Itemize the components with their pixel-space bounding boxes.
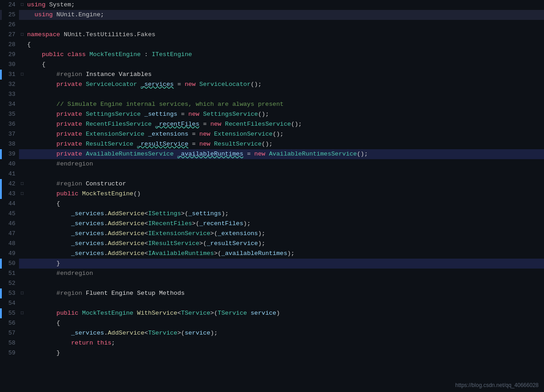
fold-35 [19, 109, 25, 119]
code-35: private SettingsService _settings = new … [25, 109, 544, 119]
code-36: private RecentFilesService _recentFiles … [25, 119, 544, 129]
line-num-29: 29 [2, 50, 19, 60]
code-41 [25, 169, 544, 179]
code-50: } [25, 259, 544, 269]
line-38: 38 private ResultService _resultService … [0, 139, 544, 149]
fold-32 [19, 80, 25, 90]
fold-40 [19, 159, 25, 169]
line-num-30: 30 [2, 60, 19, 70]
line-33: 33 [0, 90, 544, 99]
fold-42[interactable]: □ [19, 179, 25, 189]
line-num-24: 24 [2, 0, 19, 10]
fold-43[interactable]: □ [19, 189, 25, 199]
fold-26 [19, 20, 25, 30]
fold-44 [19, 199, 25, 209]
line-30: 30 { [0, 60, 544, 70]
line-num-35: 35 [2, 109, 19, 119]
fold-31[interactable]: □ [19, 70, 25, 80]
fold-48 [19, 239, 25, 249]
line-num-39: 39 [2, 149, 19, 159]
code-26 [25, 20, 544, 30]
code-39: private AvailableRuntimesService _availa… [25, 149, 544, 159]
line-num-54: 54 [2, 298, 19, 308]
code-48: _services.AddService<IResultService>(_re… [25, 239, 544, 249]
fold-57 [19, 328, 25, 338]
code-33 [25, 90, 544, 99]
code-40: #endregion [25, 159, 544, 169]
line-48: 48 _services.AddService<IResultService>(… [0, 239, 544, 249]
fold-37 [19, 129, 25, 139]
code-37: private ExtensionService _extensions = n… [25, 129, 544, 139]
code-editor: 24 □ using System; 25 using NUnit.Engine… [0, 0, 544, 392]
code-52 [25, 279, 544, 288]
line-45: 45 _services.AddService<ISettings>(_sett… [0, 209, 544, 219]
code-44: { [25, 199, 544, 209]
code-29: public class MockTestEngine : ITestEngin… [25, 50, 544, 60]
fold-53[interactable]: □ [19, 288, 25, 298]
code-lines: 24 □ using System; 25 using NUnit.Engine… [0, 0, 544, 392]
line-46: 46 _services.AddService<IRecentFiles>(_r… [0, 219, 544, 229]
fold-46 [19, 219, 25, 229]
code-42: #region Constructor [25, 179, 544, 189]
line-num-33: 33 [2, 90, 19, 99]
code-58: return this; [25, 338, 544, 348]
line-num-37: 37 [2, 129, 19, 139]
fold-51 [19, 269, 25, 279]
fold-24[interactable]: □ [19, 0, 25, 10]
line-51: 51 #endregion [0, 269, 544, 279]
watermark: https://blog.csdn.net/qq_40666028 [455, 382, 539, 388]
line-39: 39 private AvailableRuntimesService _ava… [0, 149, 544, 159]
code-32: private ServiceLocator _services = new S… [25, 80, 544, 90]
line-53: 53 □ #region Fluent Engine Setup Methods [0, 288, 544, 298]
code-47: _services.AddService<IExtensionService>(… [25, 229, 544, 239]
fold-52 [19, 279, 25, 288]
line-35: 35 private SettingsService _settings = n… [0, 109, 544, 119]
line-num-26: 26 [2, 20, 19, 30]
line-num-49: 49 [2, 249, 19, 259]
fold-58 [19, 338, 25, 348]
fold-30 [19, 60, 25, 70]
line-57: 57 _services.AddService<TService>(servic… [0, 328, 544, 338]
line-num-34: 34 [2, 99, 19, 109]
line-59: 59 } [0, 348, 544, 358]
fold-59 [19, 348, 25, 358]
line-29: 29 public class MockTestEngine : ITestEn… [0, 50, 544, 60]
line-num-38: 38 [2, 139, 19, 149]
line-50: 50 } [0, 259, 544, 269]
line-num-51: 51 [2, 269, 19, 279]
code-30: { [25, 60, 544, 70]
code-55: public MockTestEngine WithService<TServi… [25, 308, 544, 318]
fold-50 [19, 259, 25, 269]
fold-41 [19, 169, 25, 179]
fold-55[interactable]: □ [19, 308, 25, 318]
fold-27[interactable]: □ [19, 30, 25, 40]
line-num-59: 59 [2, 348, 19, 358]
fold-33 [19, 90, 25, 99]
line-num-27: 27 [2, 30, 19, 40]
line-42: 42 □ #region Constructor [0, 179, 544, 189]
line-num-28: 28 [2, 40, 19, 50]
fold-36 [19, 119, 25, 129]
code-46: _services.AddService<IRecentFiles>(_rece… [25, 219, 544, 229]
line-24: 24 □ using System; [0, 0, 544, 10]
line-49: 49 _services.AddService<IAvailableRuntim… [0, 249, 544, 259]
line-37: 37 private ExtensionService _extensions … [0, 129, 544, 139]
line-num-56: 56 [2, 318, 19, 328]
line-num-52: 52 [2, 279, 19, 288]
line-num-47: 47 [2, 229, 19, 239]
line-num-46: 46 [2, 219, 19, 229]
line-58: 58 return this; [0, 338, 544, 348]
fold-28 [19, 40, 25, 50]
line-num-32: 32 [2, 80, 19, 90]
line-num-25: 25 [2, 10, 19, 20]
code-59: } [25, 348, 544, 358]
code-54 [25, 298, 544, 308]
line-28: 28 { [0, 40, 544, 50]
code-51: #endregion [25, 269, 544, 279]
line-num-42: 42 [2, 179, 19, 189]
code-24: using System; [25, 0, 544, 10]
fold-25 [19, 10, 25, 20]
code-49: _services.AddService<IAvailableRuntimes>… [25, 249, 544, 259]
line-25: 25 using NUnit.Engine; [0, 10, 544, 20]
line-41: 41 [0, 169, 544, 179]
